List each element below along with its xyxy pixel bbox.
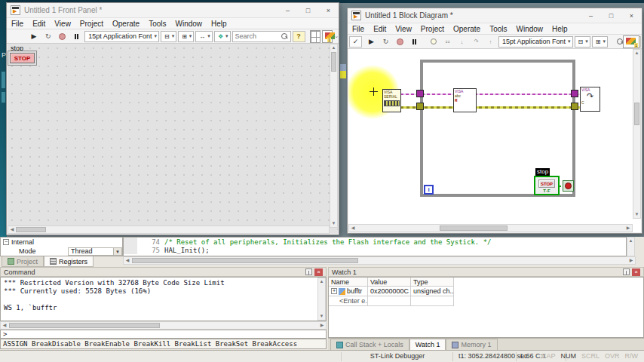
tunnel-visa-left[interactable]	[416, 90, 424, 97]
run-continuously-icon[interactable]: ↻	[379, 36, 392, 48]
distribute-objects-button[interactable]: ⊞▾	[178, 31, 194, 42]
watch-value[interactable]	[368, 296, 411, 306]
reorder-button[interactable]: ❖▾	[214, 31, 231, 42]
resize-objects-button[interactable]: ↔▾	[195, 31, 213, 42]
scroll-left-icon[interactable]: ◀	[1, 322, 8, 329]
bd-menu-view[interactable]: View	[391, 25, 416, 33]
scroll-right-icon[interactable]: ▶	[627, 257, 635, 264]
scroll-down-icon[interactable]: ▼	[330, 220, 337, 227]
command-shortcuts-bar[interactable]: ASSIGN BreakDisable BreakEnable BreakKil…	[0, 339, 327, 349]
tab-call-stack-locals[interactable]: Call Stack + Locals	[330, 339, 409, 350]
distribute-objects-button[interactable]: ⊞▾	[592, 36, 608, 48]
block-diagram-hscrollbar[interactable]: ◀ ▶	[348, 224, 633, 232]
run-icon[interactable]: ▶	[27, 31, 40, 42]
minimize-icon[interactable]: –	[278, 3, 298, 17]
fp-menu-operate[interactable]: Operate	[108, 20, 144, 28]
abort-icon[interactable]	[56, 31, 69, 42]
scroll-down-icon[interactable]: ▼	[318, 313, 325, 320]
scroll-thumb[interactable]	[16, 227, 46, 232]
run-continuously-icon[interactable]: ↻	[41, 31, 54, 42]
tab-watch-1[interactable]: Watch 1	[409, 339, 446, 350]
pin-icon[interactable]	[623, 268, 630, 275]
scroll-down-icon[interactable]: ▼	[633, 211, 640, 218]
registers-tree-root[interactable]: − Internal	[1, 238, 122, 247]
font-selector[interactable]: 15pt Application Font ▾	[84, 31, 159, 42]
command-input-line[interactable]: >	[0, 330, 327, 339]
tab-project[interactable]: Project	[2, 256, 44, 267]
align-objects-button[interactable]: ⊟▾	[161, 31, 176, 42]
help-icon[interactable]: ?	[293, 31, 305, 42]
scroll-right-icon[interactable]: ▶	[624, 225, 632, 232]
bd-menu-window[interactable]: Window	[511, 25, 547, 33]
close-icon[interactable]: ×	[621, 8, 642, 23]
scroll-left-icon[interactable]: ◀	[349, 225, 357, 232]
step-out-icon[interactable]: ↑	[484, 36, 497, 48]
tunnel-visa-right[interactable]	[571, 90, 578, 97]
step-over-icon[interactable]: ↷	[470, 36, 483, 48]
command-hscrollbar[interactable]: ◀ ▶	[0, 321, 327, 330]
run-icon[interactable]: ▶	[365, 36, 378, 48]
close-icon[interactable]: ×	[318, 3, 339, 17]
highlight-execution-icon[interactable]	[427, 36, 440, 48]
bd-menu-operate[interactable]: Operate	[449, 25, 485, 33]
toolbar-overflow-icon[interactable]: ⌄	[334, 33, 339, 39]
pin-icon[interactable]	[305, 268, 312, 275]
fp-menu-help[interactable]: Help	[207, 20, 232, 28]
visa-close-node[interactable]: VISA ↷ C	[580, 87, 600, 112]
align-objects-button[interactable]: ⊟▾	[575, 36, 590, 48]
font-selector[interactable]: 15pt Application Font ▾	[498, 36, 573, 48]
tunnel-error-right[interactable]	[571, 103, 578, 110]
check-run-icon[interactable]: ✓	[349, 36, 362, 48]
watch-value[interactable]: 0x2000000C ...	[368, 287, 411, 296]
iteration-terminal[interactable]: i	[424, 185, 434, 195]
retain-wire-values-icon[interactable]: ⚏	[441, 36, 454, 48]
editor-vscrollbar[interactable]: ▲	[627, 237, 635, 256]
bd-menu-help[interactable]: Help	[547, 25, 572, 33]
fp-menu-project[interactable]: Project	[75, 20, 108, 28]
tab-memory-1[interactable]: Memory 1	[446, 339, 497, 350]
expand-icon[interactable]: +	[331, 288, 337, 294]
tab-registers[interactable]: Registers	[44, 256, 94, 267]
close-icon[interactable]: ×	[314, 268, 323, 276]
scroll-up-icon[interactable]: ▲	[318, 278, 325, 285]
scroll-left-icon[interactable]: ◀	[124, 257, 131, 264]
watch-row-new[interactable]: <Enter e...	[329, 296, 643, 306]
fp-menu-view[interactable]: View	[50, 20, 75, 28]
scroll-thumb[interactable]	[634, 103, 639, 125]
breakpoint-margin[interactable]	[124, 246, 137, 254]
registers-mode-row[interactable]: Mode Thread ▼	[1, 247, 122, 256]
collapse-icon[interactable]: −	[3, 239, 9, 245]
watch-enter-expression[interactable]: <Enter e...	[329, 296, 368, 306]
pause-icon[interactable]	[408, 36, 421, 48]
scroll-thumb[interactable]	[9, 323, 160, 328]
visa-read-node[interactable]: VISA abc R	[453, 88, 477, 112]
scroll-thumb[interactable]	[440, 225, 508, 231]
scroll-thumb[interactable]	[331, 52, 336, 72]
scroll-up-icon[interactable]: ▲	[330, 44, 337, 51]
close-icon[interactable]: ×	[632, 268, 640, 276]
bd-menu-tools[interactable]: Tools	[485, 25, 511, 33]
fp-menu-file[interactable]: File	[7, 20, 28, 28]
stop-boolean-terminal[interactable]: STOP T·F	[534, 176, 560, 195]
editor-hscrollbar[interactable]: ◀ ▶	[123, 256, 636, 265]
minimize-icon[interactable]: –	[581, 8, 601, 23]
mode-combobox[interactable]: Thread ▼	[68, 247, 122, 256]
search-box[interactable]	[232, 31, 291, 42]
bd-menu-file[interactable]: File	[348, 25, 369, 33]
tunnel-error-left[interactable]	[416, 103, 424, 110]
stop-button[interactable]: STOP	[10, 53, 35, 63]
loop-condition-terminal[interactable]	[563, 180, 574, 192]
front-panel-hscrollbar[interactable]: ◀	[8, 225, 330, 234]
front-panel-vscrollbar[interactable]: ▲ ▼	[330, 44, 338, 228]
fp-menu-tools[interactable]: Tools	[144, 20, 170, 28]
breakpoint-margin[interactable]	[124, 238, 137, 246]
maximize-icon[interactable]: □	[601, 8, 621, 23]
scroll-right-icon[interactable]: ▶	[318, 322, 326, 329]
bd-menu-edit[interactable]: Edit	[369, 25, 391, 33]
scroll-up-icon[interactable]: ▲	[633, 50, 640, 57]
command-vscrollbar[interactable]: ▲ ▼	[317, 278, 326, 321]
pause-icon[interactable]	[70, 31, 83, 42]
maximize-icon[interactable]: □	[298, 3, 318, 17]
watch-row[interactable]: + bufftr 0x2000000C ... unsigned ch...	[329, 287, 643, 296]
scroll-up-icon[interactable]: ▲	[627, 238, 634, 244]
